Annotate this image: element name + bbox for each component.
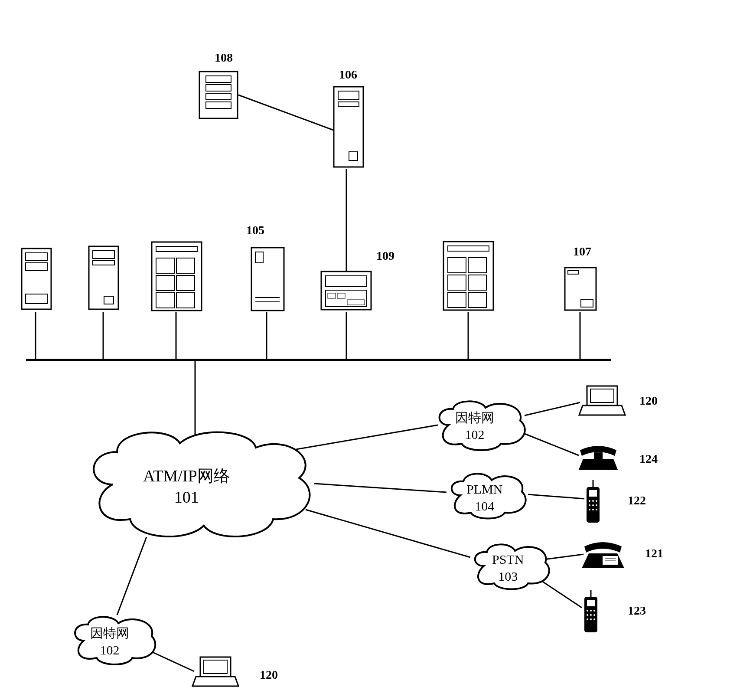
label-121: 121 [645,546,663,560]
svg-point-92 [590,614,592,616]
svg-rect-45 [176,293,195,308]
svg-rect-37 [104,296,114,304]
svg-line-0 [238,95,335,131]
svg-point-89 [590,610,592,612]
svg-rect-57 [448,246,489,251]
device-laptop-120b [192,655,239,689]
device-laptop-120a [578,384,626,418]
svg-point-81 [596,509,597,510]
cloud-pstn-line2: 103 [498,569,518,583]
cloud-plmn-text: PLMN 104 [466,481,502,514]
cloud-pstn-text: PSTN 103 [492,551,524,585]
cloud-internet2-line2: 102 [100,643,120,657]
device-mobile-123 [580,589,602,635]
device-rack-5 [441,239,496,312]
svg-rect-28 [338,102,359,106]
svg-rect-29 [349,152,358,160]
svg-rect-33 [26,294,47,304]
svg-rect-63 [468,292,486,307]
svg-rect-25 [206,102,231,108]
svg-rect-61 [468,275,486,290]
svg-point-88 [587,610,588,612]
svg-line-17 [528,494,584,499]
cloud-atm-line2: 101 [174,488,199,506]
svg-point-79 [589,509,590,510]
cloud-plmn-line2: 104 [475,499,494,513]
cloud-atm-line1: ATM/IP网络 [143,467,230,485]
svg-rect-36 [93,261,114,265]
svg-rect-59 [468,258,486,273]
device-deskphone-121 [581,537,629,572]
svg-line-12 [314,484,447,492]
svg-point-96 [593,618,595,620]
svg-rect-51 [326,276,367,287]
svg-rect-58 [448,258,466,273]
label-124: 124 [639,452,658,466]
cloud-internet1-line2: 102 [465,427,485,442]
svg-point-94 [587,618,588,620]
label-123: 123 [628,604,646,618]
svg-rect-62 [448,292,466,307]
svg-line-16 [525,434,579,455]
svg-rect-27 [338,91,359,100]
label-122: 122 [628,494,646,507]
device-phone-124 [577,439,622,473]
network-diagram: 108 106 105 109 107 [9,9,731,691]
device-tower-1 [20,246,53,311]
svg-rect-42 [156,275,174,291]
svg-point-74 [592,500,594,502]
svg-rect-32 [26,263,47,271]
device-105 [249,245,286,313]
device-tower-2 [87,244,121,311]
device-109-switch [319,269,373,312]
svg-point-93 [593,614,595,616]
svg-rect-35 [93,251,114,258]
cloud-atm-text: ATM/IP网络 101 [143,465,230,508]
device-106-server [332,85,365,169]
svg-rect-66 [581,299,593,307]
cloud-internet2-text: 因特网 102 [90,625,129,658]
device-108-rack [197,69,240,121]
svg-rect-68 [590,389,614,402]
svg-rect-47 [255,252,263,263]
device-mobile-122 [582,479,604,525]
label-109: 109 [376,249,394,263]
svg-rect-53 [328,293,336,298]
svg-rect-22 [206,76,231,82]
label-120b: 120 [260,668,278,682]
label-107: 107 [573,245,591,258]
svg-rect-44 [156,293,174,308]
cloud-internet1-line1: 因特网 [455,410,494,425]
svg-rect-41 [176,258,195,273]
svg-rect-54 [337,293,345,298]
cloud-internet2-line1: 因特网 [90,626,129,640]
svg-rect-24 [206,93,231,100]
svg-point-90 [593,610,595,612]
svg-rect-72 [589,490,597,497]
svg-point-76 [589,504,590,506]
cloud-plmn-line1: PLMN [466,482,502,496]
svg-point-91 [587,614,588,616]
svg-rect-23 [206,85,231,91]
svg-rect-98 [204,660,227,674]
svg-rect-43 [176,275,195,291]
svg-rect-60 [448,275,466,290]
svg-rect-31 [26,253,47,261]
label-108: 108 [215,51,233,65]
device-rack-3 [150,240,204,313]
svg-point-95 [590,618,592,620]
svg-point-77 [592,504,594,506]
label-106: 106 [339,68,357,82]
svg-rect-55 [347,300,365,305]
svg-point-80 [592,509,594,510]
cloud-internet1-text: 因特网 102 [455,409,494,443]
label-120a: 120 [639,394,658,408]
svg-line-15 [525,402,580,415]
svg-rect-87 [587,600,595,606]
svg-rect-82 [603,556,618,565]
svg-point-75 [596,500,597,502]
svg-point-78 [596,504,597,506]
device-107 [563,265,598,312]
label-105: 105 [246,223,264,237]
connection-lines [9,9,740,700]
